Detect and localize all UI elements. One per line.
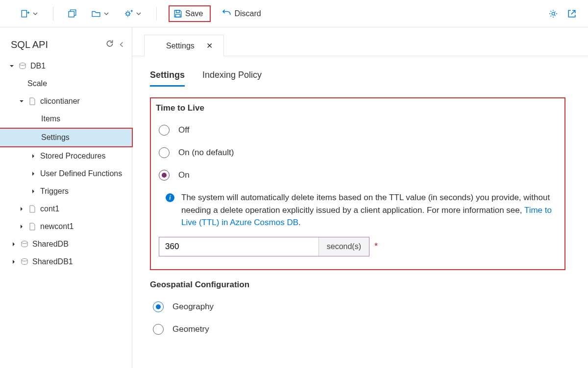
caret-right-icon [11, 241, 17, 247]
caret-right-icon [11, 259, 17, 265]
content-area: Settings ✕ Settings Indexing Policy Time… [132, 27, 588, 368]
geo-title: Geospatial Configuration [150, 280, 570, 290]
toolbar: Save Discard [0, 0, 588, 27]
doc-tab-settings[interactable]: Settings ✕ [144, 35, 224, 56]
database-icon [21, 240, 28, 248]
tree-scale[interactable]: Scale [0, 75, 132, 92]
svg-point-6 [20, 63, 25, 66]
new-item-button[interactable] [89, 7, 112, 20]
svg-rect-3 [176, 10, 180, 13]
database-icon [19, 62, 26, 70]
tree-container[interactable]: clicontianer [0, 92, 132, 110]
toolbar-separator [156, 7, 157, 21]
save-label: Save [185, 9, 203, 18]
tree-stored-procs[interactable]: Stored Procedures [0, 147, 132, 165]
save-icon [173, 9, 182, 18]
caret-right-icon [19, 224, 24, 230]
database-icon [21, 258, 28, 266]
subtab-indexing[interactable]: Indexing Policy [202, 70, 262, 87]
svg-point-5 [552, 12, 555, 15]
doc-tab-title: Settings [166, 42, 195, 50]
radio-icon [159, 125, 170, 136]
new-container-button[interactable] [65, 7, 80, 20]
tree-udf[interactable]: User Defined Functions [0, 165, 132, 183]
caret-right-icon [30, 188, 36, 194]
ttl-title: Time to Live [156, 103, 557, 113]
toolbar-separator [53, 7, 53, 21]
tree-cont1[interactable]: cont1 [0, 200, 132, 218]
chevron-down-icon [32, 11, 38, 17]
radio-icon [153, 301, 164, 312]
document-icon [28, 97, 36, 105]
ttl-value-input[interactable] [159, 237, 318, 256]
tree-db1[interactable]: DB1 [0, 57, 132, 75]
undo-icon [222, 9, 231, 18]
discard-button[interactable]: Discard [220, 7, 264, 20]
info-icon: i [166, 193, 174, 202]
ttl-radio-on-nodefault[interactable]: On (no default) [156, 141, 557, 164]
ttl-radio-off[interactable]: Off [156, 119, 557, 141]
new-sql-button[interactable] [18, 7, 41, 20]
tree-newcont1[interactable]: newcont1 [0, 218, 132, 235]
caret-down-icon [19, 98, 24, 104]
api-title: SQL API [11, 39, 48, 50]
required-star-icon: * [374, 241, 378, 252]
radio-icon [159, 170, 170, 181]
tree-settings[interactable]: Settings [0, 129, 132, 146]
svg-rect-1 [69, 11, 74, 17]
gear-icon[interactable] [549, 9, 558, 18]
tree-shareddb1[interactable]: SharedDB1 [0, 253, 132, 271]
document-icon [28, 223, 36, 230]
folder-plus-icon [92, 9, 100, 18]
tree-shareddb[interactable]: SharedDB [0, 235, 132, 253]
stack-icon [68, 9, 77, 18]
geo-radio-geometry[interactable]: Geometry [150, 318, 570, 341]
caret-right-icon [30, 153, 36, 159]
document-icon [28, 205, 36, 213]
tree-triggers[interactable]: Triggers [0, 183, 132, 200]
svg-rect-4 [176, 14, 180, 17]
discard-label: Discard [234, 9, 261, 18]
sidebar: SQL API DB1 Scale clicontianer Items Set… [0, 27, 132, 368]
settings-dropdown-button[interactable] [121, 7, 145, 20]
ttl-info-text: The system will automatically delete ite… [181, 193, 550, 215]
collapse-icon[interactable] [118, 39, 125, 50]
close-tab-icon[interactable]: ✕ [206, 41, 213, 50]
new-sql-icon [21, 9, 29, 18]
ttl-input-group: second(s) [159, 237, 369, 256]
gear-plus-icon [124, 9, 133, 18]
ttl-info: i The system will automatically delete i… [156, 186, 557, 237]
caret-right-icon [19, 206, 24, 212]
svg-point-8 [22, 259, 27, 261]
svg-rect-0 [22, 10, 26, 17]
ttl-section: Time to Live Off On (no default) On i Th… [150, 97, 565, 270]
caret-right-icon [30, 171, 36, 177]
subtab-settings[interactable]: Settings [150, 70, 185, 87]
ttl-radio-on[interactable]: On [156, 164, 557, 186]
svg-point-7 [22, 241, 27, 244]
tree-items[interactable]: Items [0, 110, 132, 128]
geo-radio-geography[interactable]: Geography [150, 296, 570, 318]
chevron-down-icon [103, 11, 109, 17]
popout-icon[interactable] [567, 9, 576, 18]
chevron-down-icon [136, 11, 142, 17]
ttl-unit-label: second(s) [318, 237, 369, 256]
caret-down-icon [9, 63, 15, 69]
radio-icon [153, 324, 164, 335]
radio-icon [159, 147, 170, 158]
save-button[interactable]: Save [169, 5, 211, 22]
refresh-icon[interactable] [105, 39, 114, 50]
